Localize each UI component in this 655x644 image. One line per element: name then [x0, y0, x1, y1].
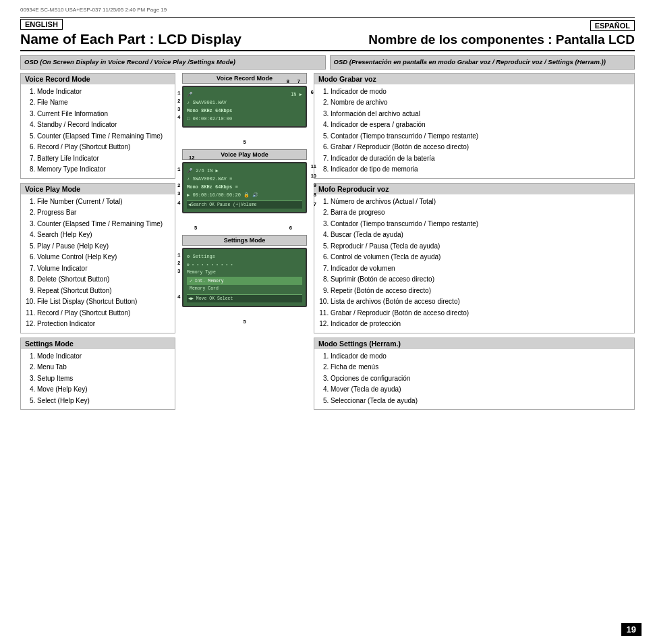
- lcd-vp-row1: 1 🎤 2/6 IN ▶: [187, 167, 302, 175]
- list-item: Play / Pause (Help Key): [37, 241, 169, 252]
- lcd-row: Mono 8KHz 64Kbps: [187, 107, 302, 115]
- list-item: Protection Indicator: [37, 319, 169, 330]
- lcd-vp-timer: ▶ 00:00:16/00:00:20 🔒 🔊: [187, 192, 258, 198]
- lcd-settings-wrapper: 1 ⚙ Settings 2 ⚙ ▪ ▪ ▪ ▪ ▪ ▪ ▪ ▪ ▪ 3: [182, 248, 307, 317]
- modo-grabar-title-es: Modo Grabar voz: [314, 74, 634, 84]
- ann-st-5: 5: [243, 319, 246, 325]
- mofo-reproducir-section-es: Mofo Reproducir voz Número de archivos (…: [314, 183, 635, 333]
- lcd-voice-play-label: Voice Play Mode: [182, 149, 307, 160]
- list-item: Record / Play (Shortcut Button): [37, 308, 169, 319]
- lcd-row: □ 00:00:02/10:00: [187, 115, 302, 123]
- lcd-voice-record-screen: 1 🎤 IN ▶ 2 ♪ SWAV0001.WAV: [182, 86, 307, 128]
- list-item: Nombre de archivo: [331, 97, 629, 109]
- list-item: Volume Control (Help Key): [37, 252, 169, 263]
- lcd-vr-row3: 3 Mono 8KHz 64Kbps: [187, 107, 302, 115]
- mic-icon: 🎤: [187, 92, 193, 97]
- lcd-timer: □ 00:00:02/10:00: [187, 116, 232, 122]
- list-item: Move (Help Key): [37, 384, 169, 396]
- list-item: Indicador de espera / grabación: [331, 119, 629, 131]
- lcd-st-settings: ⚙ Settings: [187, 254, 215, 259]
- lcd-voice-play-wrapper: 12 11 10 9 8 7 1 🎤 2/6 IN ▶: [182, 162, 307, 223]
- list-item: Barra de progreso: [331, 207, 629, 219]
- lcd-voice-record-wrapper: 8 7 1 🎤 IN ▶ 2: [182, 86, 307, 137]
- lcd-vp-row2: ♪ SWAV0002.WAV ≡: [187, 175, 302, 183]
- voice-play-section-en: Voice Play Mode File Number (Current / T…: [20, 183, 175, 333]
- list-item: Mover (Tecla de ayuda): [331, 384, 629, 396]
- list-item: Grabar / Reproducir (Botón de acceso dir…: [331, 142, 629, 153]
- page-container: 00934E SC-MS10 USA+ESP-037 11/25/05 2:40…: [0, 0, 655, 644]
- ann-9: 9: [314, 182, 316, 188]
- lcd-st-int-memory: ✓ Int. Memory: [190, 278, 224, 284]
- mofo-reproducir-title-es: Mofo Reproducir voz: [314, 184, 634, 194]
- lcd-vr-row1: 1 🎤 IN ▶: [187, 90, 302, 99]
- lang-label-right: ESPAÑOL: [590, 20, 635, 31]
- ann-st-4: 4: [177, 294, 181, 300]
- ann-vp-5: 5: [194, 225, 197, 231]
- lcd-row: ⚙ Settings: [187, 252, 302, 261]
- voice-record-content-en: Mode Indicator File Name Current File In…: [21, 84, 175, 178]
- lcd-st-row1: 1 ⚙ Settings: [187, 252, 302, 261]
- lcd-row: 🎤 2/6 IN ▶: [187, 167, 302, 175]
- lcd-settings-screen: 1 ⚙ Settings 2 ⚙ ▪ ▪ ▪ ▪ ▪ ▪ ▪ ▪ ▪ 3: [182, 248, 307, 307]
- modo-grabar-content-es: Indicador de modo Nombre de archivo Info…: [314, 84, 634, 178]
- lcd-st-memory-card: Memory Card: [190, 286, 219, 291]
- osd-header-left: OSD (On Screen Display in Voice Record /…: [20, 55, 326, 70]
- lcd-row-int-memory: ✓ Int. Memory: [187, 277, 302, 285]
- list-item: Indicador de modo: [331, 351, 629, 363]
- lcd-row: Memory Type ✓ Int. Memory Memory Card: [187, 269, 302, 293]
- ann-7r: 7: [314, 201, 316, 207]
- ann-st-3: 3: [177, 269, 181, 274]
- lcd-voice-play-screen: 1 🎤 2/6 IN ▶ ♪ SWAV0002.WAV ≡ 2: [182, 162, 307, 213]
- ann-vp-2: 2: [177, 183, 181, 188]
- voice-record-section-en: Voice Record Mode Mode Indicator File Na…: [20, 73, 175, 179]
- list-item: Indicador de modo: [331, 86, 629, 98]
- header-info-text: 00934E SC-MS10 USA+ESP-037 11/25/05 2:40…: [20, 7, 167, 13]
- list-item: Número de archivos (Actual / Total): [331, 196, 629, 208]
- list-item: Select (Help Key): [37, 396, 169, 407]
- list-item: Mode Indicator: [37, 86, 169, 98]
- voice-record-list-en: Mode Indicator File Name Current File In…: [26, 86, 169, 176]
- lcd-in-indicator: IN ▶: [193, 92, 302, 97]
- list-item: Control de volumen (Tecla de ayuda): [331, 252, 629, 263]
- list-item: Grabar / Reproducir (Botón de acceso dir…: [331, 308, 629, 319]
- ann-1: 1: [177, 90, 181, 96]
- body-right: Modo Grabar voz Indicador de modo Nombre…: [314, 73, 635, 414]
- lcd-st-row3: 3 Memory Type ✓ Int. Memory Memory Card: [187, 269, 302, 293]
- ann-8r: 8: [314, 192, 316, 198]
- lcd-st-tabs: ⚙ ▪ ▪ ▪ ▪ ▪ ▪ ▪ ▪ ▪: [187, 262, 233, 267]
- lcd-row-memory-card: Memory Card: [187, 285, 302, 293]
- lcd-vp-row5: 4 ◀Search OK Pause (+)Volume: [187, 200, 302, 209]
- ann-10: 10: [311, 173, 316, 179]
- body-left: Voice Record Mode Mode Indicator File Na…: [20, 73, 175, 414]
- list-item: Opciones de configuración: [331, 373, 629, 385]
- lcd-vp-row3: 2 Mono 8KHz 64Kbps ≡: [187, 183, 302, 191]
- list-item: Lista de archivos (Botón de acceso direc…: [331, 296, 629, 308]
- list-item: Record / Play (Shortcut Button): [37, 142, 169, 153]
- lcd-vp-filename: ♪ SWAV0002.WAV ≡: [187, 176, 232, 182]
- list-item: Volume Indicator: [37, 263, 169, 275]
- title-right-group: ESPAÑOL Nombre de los componentes : Pant…: [368, 20, 635, 47]
- ann-6: 6: [310, 90, 314, 95]
- lcd-row-memory-type: Memory Type: [187, 269, 302, 277]
- list-item: Menu Tab: [37, 362, 169, 373]
- ann-7: 7: [297, 78, 300, 84]
- list-item: Información del archivo actual: [331, 109, 629, 120]
- main-title-left: Name of Each Part : LCD Display: [20, 31, 241, 47]
- modo-settings-list-es: Indicador de modo Ficha de menús Opcione…: [320, 351, 629, 407]
- ann-11: 11: [311, 163, 316, 169]
- list-item: Indicador de volumen: [331, 263, 629, 275]
- osd-header-right: OSD (Presentación en pantalla en modo Gr…: [330, 55, 635, 70]
- list-item: Contador (Tiempo transcurrido / Tiempo r…: [331, 219, 629, 230]
- ann-3: 3: [177, 107, 181, 112]
- voice-record-title-en: Voice Record Mode: [21, 74, 175, 84]
- list-item: File Number (Current / Total): [37, 196, 169, 208]
- lcd-row: ♪ SWAV0001.WAV: [187, 99, 302, 107]
- list-item: Memory Type Indicator: [37, 164, 169, 176]
- lcd-row: ◀Search OK Pause (+)Volume: [187, 200, 302, 209]
- lcd-row: ▶ 00:00:16/00:00:20 🔒 🔊: [187, 191, 302, 199]
- ann-2: 2: [177, 99, 181, 104]
- title-left-group: ENGLISH Name of Each Part : LCD Display: [20, 19, 241, 47]
- lcd-row: ♪ SWAV0002.WAV ≡: [187, 175, 302, 183]
- ann-8: 8: [287, 78, 289, 84]
- lcd-row: ◀▶ Move OK Select: [187, 294, 302, 302]
